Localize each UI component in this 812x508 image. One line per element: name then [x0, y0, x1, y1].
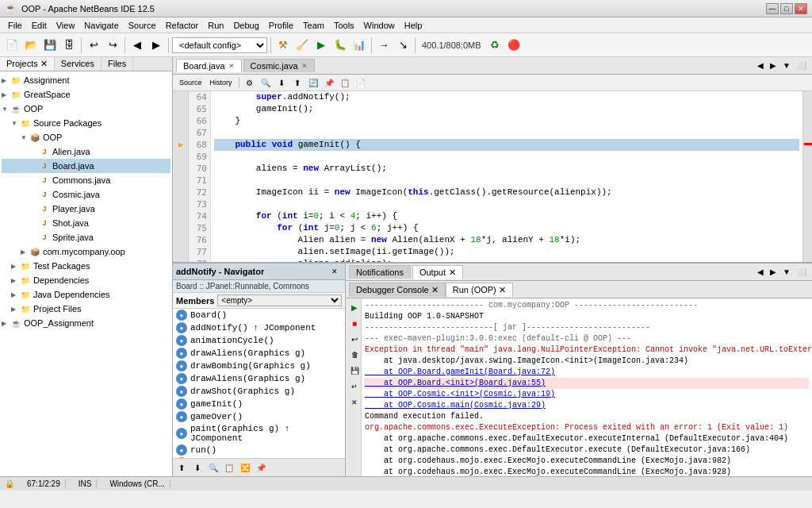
tree-item-cosmic[interactable]: ▶JCosmic.java	[2, 187, 170, 202]
clear-output-btn[interactable]: 🗑	[347, 348, 362, 362]
member-Board[interactable]: ● Board()	[173, 309, 345, 321]
menu-help[interactable]: Help	[400, 19, 427, 32]
tab-menu[interactable]: ▼	[780, 60, 793, 71]
tree-item-player[interactable]: ▶JPlayer.java	[2, 202, 170, 216]
tree-item-java-deps[interactable]: ▶📁Java Dependencies	[2, 287, 170, 302]
et-btn7[interactable]: 📋	[338, 75, 352, 90]
step-into-button[interactable]: ↘	[394, 37, 412, 54]
member-animationCycle[interactable]: ● animationCycle()	[173, 334, 345, 347]
save-button[interactable]: 💾	[41, 37, 59, 54]
menu-window[interactable]: Window	[359, 19, 400, 32]
output-maximize[interactable]: ⬜	[795, 267, 809, 277]
menu-refactor[interactable]: Refactor	[161, 19, 204, 32]
member-addNotify[interactable]: ● addNotify() ↑ JComponent	[173, 321, 345, 334]
save-output-btn[interactable]: 💾	[347, 364, 362, 378]
et-btn3[interactable]: ⬇	[274, 75, 289, 90]
et-btn6[interactable]: 📌	[322, 75, 336, 90]
nav-tb6[interactable]: 📌	[254, 460, 268, 475]
notifications-tab[interactable]: Notifications	[349, 265, 411, 279]
output-body[interactable]: ------------------------- com.mycompany:…	[362, 298, 812, 476]
board-java-tab[interactable]: Board.java ✕	[176, 59, 242, 72]
out-line-11[interactable]: at OOP.Cosmic.<init>(Cosmic.java:19)	[365, 389, 809, 400]
member-drawShot[interactable]: ● drawShot(Graphics g)	[173, 385, 345, 398]
menu-source[interactable]: Source	[124, 19, 161, 32]
close-button[interactable]: ✕	[795, 3, 807, 14]
nav-tb1[interactable]: ⬆	[174, 460, 189, 475]
debug-button[interactable]: 🐛	[331, 37, 349, 54]
save-all-button[interactable]: 🗄	[60, 37, 78, 54]
tree-item-oop[interactable]: ▼☕OOP	[2, 102, 170, 116]
nav-tb3[interactable]: 🔍	[206, 460, 220, 475]
nav-close-btn[interactable]: ✕	[327, 264, 342, 279]
run-oop-tab[interactable]: Run (OOP) ✕	[446, 283, 513, 297]
output-tab-arrow-right[interactable]: ▶	[768, 267, 779, 277]
nav-tb4[interactable]: 📋	[222, 460, 236, 475]
output-tab[interactable]: Output ✕	[412, 265, 463, 279]
out-line-9[interactable]: at OOP.Board.gameInit(Board.java:72)	[365, 367, 809, 378]
close-run-tab[interactable]: ✕	[499, 285, 506, 295]
et-btn2[interactable]: 🔍	[259, 75, 273, 90]
projects-tab[interactable]: Projects ✕	[0, 57, 55, 71]
nav-tb2[interactable]: ⬇	[190, 460, 205, 475]
menu-tools[interactable]: Tools	[329, 19, 359, 32]
member-drawPlayer[interactable]: ● drawAliens(Graphics g)	[173, 372, 345, 385]
menu-edit[interactable]: Edit	[27, 19, 52, 32]
menu-navigate[interactable]: Navigate	[79, 19, 123, 32]
forward-button[interactable]: ▶	[147, 37, 165, 54]
tree-item-shot[interactable]: ▶JShot.java	[2, 216, 170, 230]
tree-item-com-pkg[interactable]: ▶📦com.mycompany.oop	[2, 244, 170, 259]
step-over-button[interactable]: →	[375, 37, 393, 54]
tree-item-commons[interactable]: ▶JCommons.java	[2, 173, 170, 187]
tree-item-test[interactable]: ▶📁Test Packages	[2, 259, 170, 273]
profile-button[interactable]: 📊	[350, 37, 368, 54]
rerun-output-btn[interactable]: ↩	[347, 332, 362, 346]
config-dropdown[interactable]: <default config>	[172, 37, 267, 53]
out-line-10[interactable]: at OOP.Board.<init>(Board.java:55)	[365, 378, 809, 389]
member-paint[interactable]: ● paint(Graphics g) ↑ JComponent	[173, 423, 345, 444]
redo-button[interactable]: ↪	[104, 37, 121, 54]
output-tab-arrow-left[interactable]: ◀	[755, 267, 766, 277]
build-button[interactable]: ⚒	[274, 37, 292, 54]
tree-item-deps[interactable]: ▶📁Dependencies	[2, 273, 170, 287]
cosmic-java-tab[interactable]: Cosmic.java ✕	[243, 59, 315, 72]
open-button[interactable]: 📂	[22, 37, 40, 54]
gc-button[interactable]: 🔴	[505, 37, 523, 54]
code-editor[interactable]: super.addNotify(); gameInit(); } public …	[211, 91, 802, 262]
tab-scroll-left[interactable]: ◀	[755, 60, 766, 71]
et-btn4[interactable]: ⬆	[290, 75, 304, 90]
out-line-12[interactable]: at OOP.Cosmic.main(Cosmic.java:29)	[365, 400, 809, 411]
close-output-tab[interactable]: ✕	[449, 267, 456, 278]
tree-item-greatspace[interactable]: ▶📁GreatSpace	[2, 87, 170, 102]
history-btn[interactable]: History	[207, 75, 236, 90]
member-run[interactable]: ● run()	[173, 444, 345, 456]
menu-debug[interactable]: Debug	[228, 19, 263, 32]
close-debugger-tab[interactable]: ✕	[431, 285, 439, 295]
member-gameOver[interactable]: ● gameOver()	[173, 410, 345, 423]
et-btn8[interactable]: 📄	[354, 75, 368, 90]
tree-item-proj-files[interactable]: ▶📁Project Files	[2, 302, 170, 316]
services-tab[interactable]: Services	[55, 57, 102, 71]
tree-item-oop-pkg[interactable]: ▼📦OOP	[2, 130, 170, 144]
debugger-console-tab[interactable]: Debugger Console ✕	[349, 283, 446, 297]
tree-item-source-packages[interactable]: ▼📁Source Packages	[2, 116, 170, 130]
source-btn[interactable]: Source	[176, 75, 205, 90]
member-drawAliens[interactable]: ● drawAliens(Graphics g)	[173, 347, 345, 360]
member-drawBombing[interactable]: ● drawBombing(Graphics g)	[173, 360, 345, 372]
undo-button[interactable]: ↩	[85, 37, 102, 54]
menu-team[interactable]: Team	[298, 19, 329, 32]
back-button[interactable]: ◀	[128, 37, 146, 54]
nav-tb5[interactable]: 🔀	[238, 460, 252, 475]
tree-item-board[interactable]: ▶JBoard.java	[2, 159, 170, 173]
close-board-tab[interactable]: ✕	[228, 62, 235, 70]
tab-scroll-right[interactable]: ▶	[768, 60, 779, 71]
close-cosmic-tab[interactable]: ✕	[301, 62, 308, 70]
maximize-button[interactable]: □	[780, 3, 793, 14]
tab-maximize[interactable]: ⬜	[795, 60, 809, 71]
tree-item-sprite[interactable]: ▶JSprite.java	[2, 230, 170, 244]
minimize-button[interactable]: —	[766, 3, 779, 14]
tree-item-oop-assignment[interactable]: ▶☕OOP_Assignment	[2, 316, 170, 330]
stop-output-btn[interactable]: ■	[347, 316, 362, 330]
tree-item-assignment[interactable]: ▶📁Assignment	[2, 73, 170, 87]
new-button[interactable]: 📄	[3, 37, 21, 54]
menu-file[interactable]: File	[3, 19, 27, 32]
